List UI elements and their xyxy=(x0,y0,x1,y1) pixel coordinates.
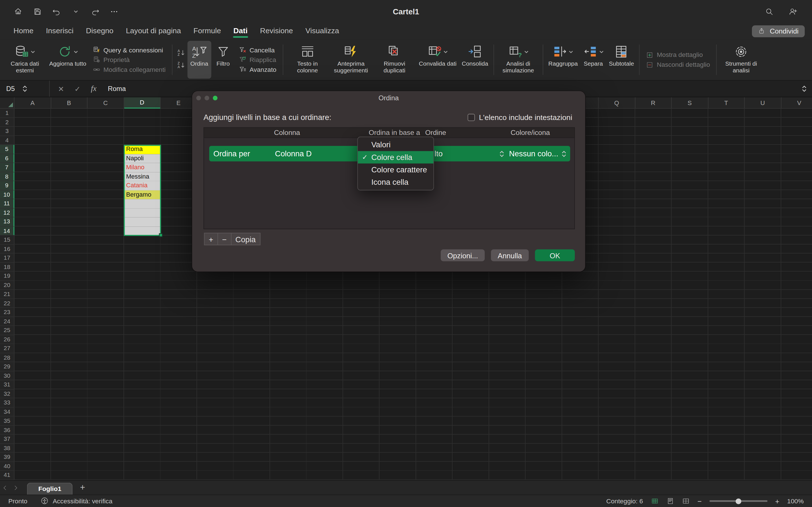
sheet-tab-foglio1[interactable]: Foglio1 xyxy=(27,483,73,495)
row-header-15[interactable]: 15 xyxy=(0,235,14,244)
row-header-36[interactable]: 36 xyxy=(0,426,14,435)
cell-D5[interactable]: Roma xyxy=(124,145,160,154)
row-header-32[interactable]: 32 xyxy=(0,389,14,398)
menu-item-colore-carattere[interactable]: Colore carattere xyxy=(358,163,434,176)
insert-function-icon[interactable]: fx xyxy=(91,84,96,93)
share-button[interactable]: Condividi xyxy=(752,25,805,37)
row-header-1[interactable]: 1 xyxy=(0,109,14,118)
column-header-V[interactable]: V xyxy=(781,97,812,108)
next-sheet-icon[interactable] xyxy=(10,485,21,491)
row-header-41[interactable]: 41 xyxy=(0,471,14,480)
column-header-Q[interactable]: Q xyxy=(599,97,635,108)
page-break-view-icon[interactable] xyxy=(682,497,690,505)
more-actions-icon[interactable] xyxy=(107,5,121,18)
cell-D12[interactable] xyxy=(124,208,160,217)
tab-revisione[interactable]: Revisione xyxy=(254,24,299,38)
ribbon-testo-in-colonne[interactable]: Testo in colonne xyxy=(286,41,329,78)
cell-D7[interactable]: Milano xyxy=(124,163,160,172)
row-header-14[interactable]: 14 xyxy=(0,226,14,235)
tab-inserisci[interactable]: Inserisci xyxy=(40,24,80,38)
row-header-10[interactable]: 10 xyxy=(0,190,14,199)
cell-D9[interactable]: Catania xyxy=(124,181,160,190)
row-header-28[interactable]: 28 xyxy=(0,353,14,362)
dialog-titlebar[interactable]: Ordina xyxy=(192,91,585,105)
prev-sheet-icon[interactable] xyxy=(0,485,10,491)
ribbon-cancella[interactable]: Cancella xyxy=(239,46,276,54)
column-header-C[interactable]: C xyxy=(87,97,124,108)
cancel-button[interactable]: Annulla xyxy=(491,249,529,261)
row-header-20[interactable]: 20 xyxy=(0,281,14,290)
row-header-31[interactable]: 31 xyxy=(0,380,14,389)
row-header-22[interactable]: 22 xyxy=(0,299,14,308)
options-button[interactable]: Opzioni... xyxy=(441,249,485,261)
row-header-8[interactable]: 8 xyxy=(0,172,14,181)
ribbon-avanzato[interactable]: Avanzato xyxy=(239,66,276,73)
row-header-38[interactable]: 38 xyxy=(0,444,14,453)
tab-layout-di-pagina[interactable]: Layout di pagina xyxy=(119,24,187,38)
tab-dati[interactable]: Dati xyxy=(227,24,254,38)
ribbon-consolida[interactable]: Consolida xyxy=(459,41,491,78)
zoom-dot-icon[interactable] xyxy=(213,96,218,101)
add-level-button[interactable]: + xyxy=(204,233,218,245)
undo-icon[interactable] xyxy=(50,5,63,18)
ribbon-rimuovi-duplicati[interactable]: Rimuovi duplicati xyxy=(373,41,416,78)
row-header-13[interactable]: 13 xyxy=(0,217,14,226)
zoom-slider[interactable] xyxy=(709,500,767,502)
column-header-U[interactable]: U xyxy=(745,97,781,108)
cell-D14[interactable] xyxy=(124,226,160,235)
confirm-entry-icon[interactable]: ✓ xyxy=(74,84,81,93)
ribbon-mostra-dettaglio[interactable]: Mostra dettaglio xyxy=(646,51,710,59)
color-stepper-icon[interactable] xyxy=(561,150,566,158)
column-header-R[interactable]: R xyxy=(635,97,672,108)
row-header-7[interactable]: 7 xyxy=(0,163,14,172)
row-header-12[interactable]: 12 xyxy=(0,208,14,217)
tab-home[interactable]: Home xyxy=(7,24,40,38)
column-select[interactable]: Colonna D xyxy=(275,146,312,161)
column-header-D[interactable]: D xyxy=(124,97,160,108)
row-header-39[interactable]: 39 xyxy=(0,453,14,462)
ribbon-propriet[interactable]: Proprietà xyxy=(93,56,165,64)
ribbon-filtro[interactable]: Filtro xyxy=(211,41,235,78)
menu-item-valori[interactable]: Valori xyxy=(358,138,434,151)
row-header-9[interactable]: 9 xyxy=(0,181,14,190)
accessibility-icon[interactable] xyxy=(41,497,49,505)
row-header-19[interactable]: 19 xyxy=(0,272,14,281)
page-layout-view-icon[interactable] xyxy=(666,497,674,505)
ribbon-aggiorna-tutto[interactable]: Aggiorna tutto xyxy=(47,41,89,78)
tab-disegno[interactable]: Disegno xyxy=(80,24,120,38)
select-all-corner[interactable] xyxy=(0,97,14,108)
ribbon-strumenti-di-analisi[interactable]: Strumenti di analisi xyxy=(719,41,763,78)
ribbon-convalida-dati[interactable]: Convalida dati xyxy=(416,41,459,78)
ok-button[interactable]: OK xyxy=(535,249,574,261)
ribbon-carica-dati-esterni[interactable]: Carica dati esterni xyxy=(3,41,47,78)
redo-icon[interactable] xyxy=(88,5,101,18)
ribbon-modifica-collegamenti[interactable]: Modifica collegamenti xyxy=(93,66,165,73)
sort-ascending-button[interactable]: AZ xyxy=(177,48,185,59)
tab-visualizza[interactable]: Visualizza xyxy=(299,24,345,38)
zoom-slider-thumb[interactable] xyxy=(735,498,741,504)
row-header-17[interactable]: 17 xyxy=(0,253,14,263)
menu-item-colore-cella[interactable]: ✓Colore cella xyxy=(358,151,434,163)
column-header-T[interactable]: T xyxy=(708,97,745,108)
row-header-27[interactable]: 27 xyxy=(0,344,14,353)
row-header-30[interactable]: 30 xyxy=(0,371,14,380)
row-header-35[interactable]: 35 xyxy=(0,416,14,426)
cell-D11[interactable] xyxy=(124,199,160,208)
menu-item-icona-cella[interactable]: Icona cella xyxy=(358,176,434,188)
order-select[interactable]: lto xyxy=(435,146,443,161)
ribbon-ordina[interactable]: AZOrdina xyxy=(188,41,211,78)
cancel-entry-icon[interactable]: ✕ xyxy=(58,84,64,93)
cell-D10[interactable]: Bergamo xyxy=(124,190,160,199)
includes-headers-checkbox[interactable] xyxy=(467,114,475,121)
ribbon-query-connessioni[interactable]: Query & connessioni xyxy=(93,46,165,54)
color-select[interactable]: Nessun colo... xyxy=(509,146,559,161)
column-header-E[interactable]: E xyxy=(160,97,197,108)
column-header-S[interactable]: S xyxy=(672,97,708,108)
remove-level-button[interactable]: − xyxy=(217,233,231,245)
ribbon-separa[interactable]: Separa xyxy=(580,41,606,78)
copy-level-button[interactable]: Copia xyxy=(231,233,260,245)
row-header-11[interactable]: 11 xyxy=(0,199,14,208)
ribbon-riapplica[interactable]: Riapplica xyxy=(239,56,276,64)
ribbon-nascondi-dettaglio[interactable]: Nascondi dettaglio xyxy=(646,61,710,69)
column-header-A[interactable]: A xyxy=(14,97,51,108)
